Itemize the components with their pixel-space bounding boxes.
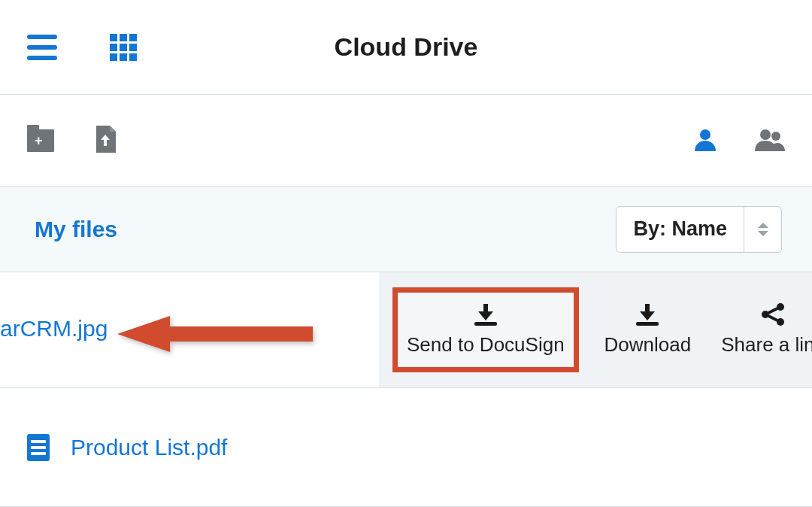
new-folder-button[interactable]: +: [27, 129, 54, 152]
upload-file-button[interactable]: [95, 126, 116, 156]
app-grid-icon[interactable]: [110, 34, 137, 61]
download-icon: [474, 303, 497, 326]
file-row-selected[interactable]: arCRM.jpg Send to DocuSign Download: [0, 272, 812, 388]
sort-dropdown[interactable]: By: Name: [616, 206, 782, 253]
menu-icon[interactable]: [27, 32, 62, 62]
sort-stepper[interactable]: [744, 207, 781, 252]
svg-point-1: [760, 129, 771, 140]
svg-point-0: [700, 129, 710, 140]
action-label: Share a link: [721, 333, 812, 357]
section-header: My files By: Name: [0, 187, 812, 272]
svg-point-2: [771, 132, 780, 141]
document-icon: [27, 434, 50, 461]
download-button[interactable]: Download: [600, 297, 696, 363]
file-action-bar: Send to DocuSign Download Share a link: [379, 272, 812, 387]
file-row[interactable]: Product List.pdf: [0, 388, 812, 507]
sort-label: By: Name: [617, 207, 744, 252]
file-name[interactable]: arCRM.jpg: [0, 316, 108, 342]
top-bar: Cloud Drive: [0, 0, 812, 95]
action-label: Send to DocuSign: [407, 333, 565, 357]
toolbar: +: [0, 95, 812, 187]
download-icon: [636, 303, 659, 326]
send-to-docusign-button[interactable]: Send to DocuSign: [392, 287, 579, 372]
share-icon: [760, 303, 786, 326]
share-link-button[interactable]: Share a link: [717, 297, 812, 363]
action-label: Download: [604, 333, 692, 357]
page-title: Cloud Drive: [335, 32, 478, 62]
chevron-up-icon: [758, 223, 768, 228]
svg-line-6: [768, 308, 777, 313]
file-name[interactable]: Product List.pdf: [71, 435, 227, 460]
annotation-arrow: [117, 313, 313, 355]
chevron-down-icon: [758, 231, 768, 236]
user-icon[interactable]: [693, 127, 717, 154]
group-icon[interactable]: [755, 127, 785, 154]
section-title: My files: [35, 217, 117, 242]
svg-line-7: [768, 316, 777, 320]
